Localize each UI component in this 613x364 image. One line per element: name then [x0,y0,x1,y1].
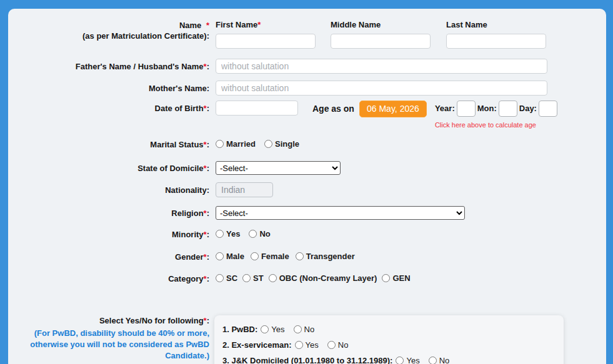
pwbd-yes-option[interactable]: Yes [261,325,284,334]
marital-single-radio[interactable] [264,140,272,148]
marital-status-row: Marital Status*: Married Single [8,137,606,150]
jk-domiciled-yes-radio[interactable] [396,357,404,364]
name-label-text: Name [179,21,201,30]
year-input[interactable] [457,101,476,117]
category-st-option[interactable]: ST [242,273,264,283]
gender-transgender-option[interactable]: Transgender [296,252,355,261]
day-input[interactable] [539,101,557,117]
calculate-age-helper-text: Click here above to calculate age [435,121,559,129]
last-name-input[interactable] [446,34,546,49]
pwbd-no-radio[interactable] [294,325,302,333]
marital-status-label: Marital Status*: [8,137,209,150]
state-of-domicile-label: State of Domicile*: [8,161,209,174]
marital-married-radio[interactable] [216,140,224,148]
last-name-group: Last Name [446,20,546,49]
required-asterisk: * [257,20,261,29]
jk-domiciled-yes-option[interactable]: Yes [396,356,419,364]
pwbd-note-text: (For PwBD, disability should be 40% or m… [8,328,209,362]
nationality-row: Nationality: [8,182,606,197]
yesno-section-row: Select Yes/No for following*: (For PwBD,… [8,315,606,364]
jk-domiciled-item: 3. J&K Domiciled (01.01.1980 to 31.12.19… [222,356,555,364]
age-as-on-label: Age as on [312,101,354,117]
minority-yes-radio[interactable] [216,230,224,238]
state-of-domicile-select[interactable]: -Select- [216,161,341,175]
mother-name-label: Mother's Name: [8,81,209,94]
form-content-panel: Name * (as per Matriculation Certificate… [8,9,606,364]
religion-label: Religion*: [8,206,209,219]
age-result-group: Year: Mon: Day: Click here above to calc… [435,101,559,129]
father-name-row: Father's Name / Husband's Name*: [8,59,606,74]
mon-label: Mon: [477,101,497,117]
state-of-domicile-row: State of Domicile*: -Select- [8,161,606,175]
jk-domiciled-no-option[interactable]: No [429,356,450,364]
pwbd-yes-radio[interactable] [261,325,269,333]
ex-serviceman-no-radio[interactable] [327,341,336,349]
minority-label: Minority*: [8,227,209,240]
category-label: Category*: [8,272,209,284]
minority-yes-option[interactable]: Yes [216,229,240,239]
first-name-group: First Name* [216,20,316,49]
gender-row: Gender*: Male Female Transgender [8,250,606,262]
registration-form-page: { "theme": { "frame_blue": "#3a91da", "p… [0,0,613,364]
ex-serviceman-no-option[interactable]: No [327,340,349,350]
pwbd-item: 1. PwBD: Yes No [222,325,555,334]
gender-female-radio[interactable] [251,252,259,260]
yesno-options-box: 1. PwBD: Yes No 2. Ex-serviceman: Yes No… [214,315,564,364]
gender-transgender-radio[interactable] [296,252,304,260]
ex-serviceman-item-label: 2. Ex-serviceman: [222,340,292,350]
name-label-subtext: (as per Matriculation Certificate): [82,31,209,41]
category-sc-option[interactable]: SC [216,273,237,283]
category-row: Category*: SC ST OBC (Non-Creamy Layer) … [8,272,606,284]
minority-no-option[interactable]: No [249,229,270,239]
gender-label: Gender*: [8,250,209,262]
gender-male-option[interactable]: Male [216,252,244,261]
ex-serviceman-yes-option[interactable]: Yes [295,340,319,350]
religion-select[interactable]: -Select- [216,206,465,220]
name-label: Name * (as per Matriculation Certificate… [8,20,209,41]
mother-name-input[interactable] [216,81,547,96]
minority-row: Minority*: Yes No [8,227,606,240]
required-asterisk: * [206,21,209,30]
category-obc-option[interactable]: OBC (Non-Creamy Layer) [269,273,377,283]
middle-name-input[interactable] [331,34,431,49]
pwbd-no-option[interactable]: No [294,325,315,334]
middle-name-group: Middle Name [331,20,431,49]
first-name-input[interactable] [216,34,316,49]
gender-male-radio[interactable] [216,252,224,260]
jk-domiciled-no-radio[interactable] [429,357,437,364]
date-of-birth-row: Date of Birth*: Age as on 06 May, 2026 Y… [8,101,606,129]
category-st-radio[interactable] [242,274,251,282]
religion-row: Religion*: -Select- [8,206,606,220]
mon-input[interactable] [499,101,517,117]
last-name-header: Last Name [446,20,546,29]
yesno-section-label: Select Yes/No for following*: (For PwBD,… [8,315,209,362]
first-name-header: First Name* [216,20,316,29]
ex-serviceman-yes-radio[interactable] [295,341,303,349]
name-row: Name * (as per Matriculation Certificate… [8,20,606,49]
date-of-birth-label: Date of Birth*: [8,101,209,114]
day-label: Day: [519,101,537,117]
middle-name-header: Middle Name [331,20,431,29]
category-obc-radio[interactable] [269,274,277,282]
marital-single-option[interactable]: Single [264,139,299,149]
marital-married-option[interactable]: Married [216,139,256,149]
father-name-label: Father's Name / Husband's Name*: [8,59,209,72]
nationality-input [216,182,273,197]
mother-name-row: Mother's Name: [8,81,606,96]
jk-domiciled-item-label: 3. J&K Domiciled (01.01.1980 to 31.12.19… [222,356,392,364]
gender-female-option[interactable]: Female [251,252,289,261]
minority-no-radio[interactable] [249,230,257,238]
ex-serviceman-item: 2. Ex-serviceman: Yes No [222,340,555,350]
age-as-on-date-button[interactable]: 06 May, 2026 [359,101,427,117]
category-gen-radio[interactable] [382,274,390,282]
nationality-label: Nationality: [8,182,209,195]
category-sc-radio[interactable] [216,274,224,282]
year-label: Year: [435,101,455,117]
category-gen-option[interactable]: GEN [382,273,410,283]
pwbd-item-label: 1. PwBD: [222,325,257,334]
father-name-input[interactable] [216,59,547,74]
date-of-birth-input[interactable] [216,101,298,116]
